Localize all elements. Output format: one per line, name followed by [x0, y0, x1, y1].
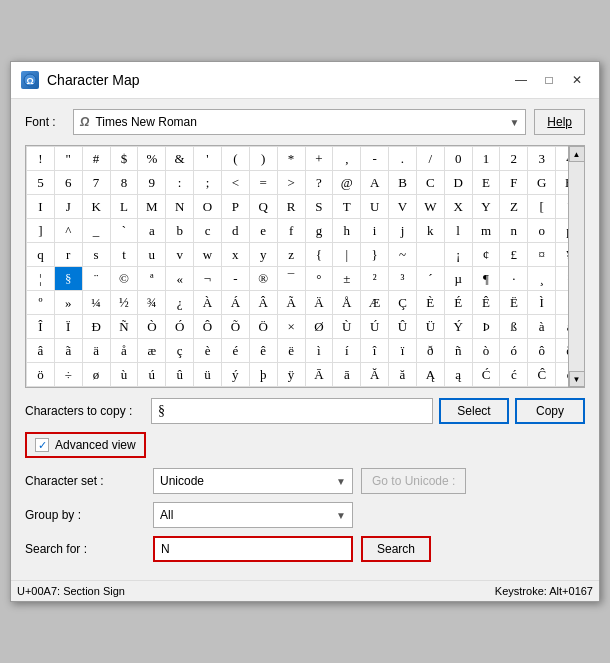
char-cell[interactable]: Q — [250, 195, 278, 219]
char-cell[interactable]: Ā — [306, 363, 334, 387]
char-cell[interactable]: í — [333, 339, 361, 363]
char-cell[interactable]: E — [473, 171, 501, 195]
char-cell[interactable]: / — [417, 147, 445, 171]
char-cell[interactable]: & — [166, 147, 194, 171]
char-cell[interactable]: ¿ — [166, 291, 194, 315]
char-cell[interactable]: ^ — [55, 219, 83, 243]
char-cell[interactable]: M — [138, 195, 166, 219]
char-cell[interactable]: I — [27, 195, 55, 219]
char-cell[interactable]: Ð — [83, 315, 111, 339]
char-cell[interactable]: ì — [306, 339, 334, 363]
char-cell[interactable]: Á — [222, 291, 250, 315]
char-cell[interactable]: ă — [389, 363, 417, 387]
char-cell[interactable]: _ — [83, 219, 111, 243]
char-cell[interactable]: ¢ — [473, 243, 501, 267]
copy-button[interactable]: Copy — [515, 398, 585, 424]
char-cell[interactable]: 2 — [500, 147, 528, 171]
char-cell[interactable]: ą — [445, 363, 473, 387]
char-cell[interactable]: g — [306, 219, 334, 243]
char-cell[interactable]: î — [361, 339, 389, 363]
char-cell[interactable]: " — [55, 147, 83, 171]
char-cell[interactable]: X — [445, 195, 473, 219]
char-cell[interactable]: â — [27, 339, 55, 363]
char-cell[interactable]: y — [250, 243, 278, 267]
char-cell[interactable]: Ú — [361, 315, 389, 339]
char-cell[interactable]: ] — [27, 219, 55, 243]
char-cell[interactable]: ÿ — [278, 363, 306, 387]
char-cell[interactable]: B — [389, 171, 417, 195]
char-cell[interactable]: ú — [138, 363, 166, 387]
char-cell[interactable]: ä — [83, 339, 111, 363]
char-cell[interactable]: ö — [27, 363, 55, 387]
char-cell[interactable]: £ — [500, 243, 528, 267]
char-cell[interactable]: = — [250, 171, 278, 195]
char-cell[interactable]: ¡ — [445, 243, 473, 267]
scroll-up-button[interactable]: ▲ — [569, 146, 585, 162]
char-cell[interactable]: ï — [389, 339, 417, 363]
char-cell[interactable]: ! — [27, 147, 55, 171]
char-cell[interactable]: Ñ — [111, 315, 139, 339]
search-button[interactable]: Search — [361, 536, 431, 562]
char-cell[interactable]: G — [528, 171, 556, 195]
char-cell[interactable]: ð — [417, 339, 445, 363]
char-cell[interactable]: ê — [250, 339, 278, 363]
char-cell[interactable]: $ — [111, 147, 139, 171]
char-cell[interactable]: r — [55, 243, 83, 267]
char-cell[interactable]: h — [333, 219, 361, 243]
char-cell[interactable]: n — [500, 219, 528, 243]
char-cell[interactable]: Ó — [166, 315, 194, 339]
char-cell[interactable]: P — [222, 195, 250, 219]
char-cell[interactable]: Û — [389, 315, 417, 339]
char-cell[interactable]: 0 — [445, 147, 473, 171]
char-cell[interactable]: t — [111, 243, 139, 267]
char-cell[interactable]: ` — [111, 219, 139, 243]
char-cell[interactable]: Ă — [361, 363, 389, 387]
minimize-button[interactable]: — — [509, 70, 533, 90]
char-cell[interactable]: ü — [194, 363, 222, 387]
char-cell[interactable]: Ë — [500, 291, 528, 315]
char-cell[interactable]: Ą — [417, 363, 445, 387]
char-cell[interactable]: ¶ — [473, 267, 501, 291]
char-cell[interactable]: ) — [250, 147, 278, 171]
char-cell[interactable]: W — [417, 195, 445, 219]
char-cell[interactable]: 5 — [27, 171, 55, 195]
char-cell[interactable]: | — [333, 243, 361, 267]
char-cell[interactable]: + — [306, 147, 334, 171]
search-input[interactable] — [153, 536, 353, 562]
char-cell[interactable]: R — [278, 195, 306, 219]
chars-to-copy-input[interactable] — [151, 398, 433, 424]
scroll-down-button[interactable]: ▼ — [569, 371, 585, 387]
char-cell[interactable]: Ô — [194, 315, 222, 339]
char-cell[interactable]: ñ — [445, 339, 473, 363]
char-cell[interactable]: ā — [333, 363, 361, 387]
char-cell[interactable]: ô — [528, 339, 556, 363]
char-cell[interactable]: * — [278, 147, 306, 171]
char-cell[interactable]: ¾ — [138, 291, 166, 315]
close-button[interactable]: ✕ — [565, 70, 589, 90]
char-cell[interactable]: Ö — [250, 315, 278, 339]
char-cell[interactable]: å — [111, 339, 139, 363]
char-cell[interactable]: » — [55, 291, 83, 315]
char-cell[interactable]: ã — [55, 339, 83, 363]
char-cell[interactable]: æ — [138, 339, 166, 363]
char-cell[interactable]: ù — [111, 363, 139, 387]
char-cell[interactable]: Ć — [473, 363, 501, 387]
char-cell[interactable]: ´ — [417, 267, 445, 291]
char-cell[interactable]: Ù — [333, 315, 361, 339]
char-cell[interactable]: ~ — [389, 243, 417, 267]
char-cell[interactable]: Ï — [55, 315, 83, 339]
char-cell[interactable]: à — [528, 315, 556, 339]
char-cell[interactable]: # — [83, 147, 111, 171]
char-cell[interactable]: D — [445, 171, 473, 195]
char-cell[interactable]: ; — [194, 171, 222, 195]
char-cell[interactable]: N — [166, 195, 194, 219]
char-cell[interactable]: @ — [333, 171, 361, 195]
char-cell[interactable]: ® — [250, 267, 278, 291]
char-cell[interactable]: x — [222, 243, 250, 267]
char-cell[interactable]: q — [27, 243, 55, 267]
char-cell[interactable]: K — [83, 195, 111, 219]
char-cell[interactable]: Ê — [473, 291, 501, 315]
char-cell[interactable]: A — [361, 171, 389, 195]
char-cell[interactable]: - — [222, 267, 250, 291]
char-cell[interactable]: ¤ — [528, 243, 556, 267]
